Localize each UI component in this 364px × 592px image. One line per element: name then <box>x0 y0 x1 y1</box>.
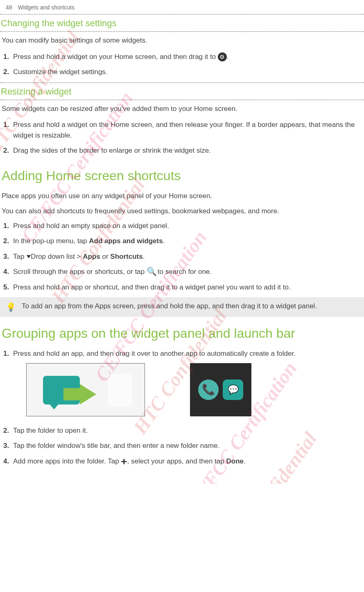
step-number: 1. <box>3 348 9 359</box>
step-text: In the pop-up menu, tap <box>13 237 89 245</box>
illustration-row: 📞 💬 <box>13 359 362 420</box>
bold-text: Done <box>226 457 244 465</box>
step-number: 3. <box>3 441 9 451</box>
step-number: 3. <box>3 251 9 262</box>
list-item: 2. Customize the widget settings. <box>13 67 362 77</box>
list-item: 1. Press and hold a widget on your Home … <box>13 52 362 62</box>
list-item: 4. Add more apps into the folder. Tap +,… <box>13 456 362 467</box>
step-number: 5. <box>3 282 9 293</box>
step-text: . <box>143 253 145 260</box>
step-text: Tap the folder window's title bar, and t… <box>13 442 219 450</box>
divider <box>0 31 364 32</box>
list-item: 1. Press and hold an empty space on a wi… <box>13 221 362 231</box>
step-text: Press and hold a widget on your Home scr… <box>13 53 218 61</box>
step-number: 1. <box>3 120 9 130</box>
page-number: 48 <box>6 4 12 11</box>
list-item: 2. Drag the sides of the border to enlar… <box>13 145 362 156</box>
step-text: Scroll through the apps or shortcuts, or… <box>13 268 147 276</box>
step-number: 2. <box>3 425 9 436</box>
drag-illustration <box>26 363 145 416</box>
step-text: Press and hold an empty space on a widge… <box>13 222 169 230</box>
step-text: or <box>100 253 111 260</box>
list-item: 3. Tap the folder window's title bar, an… <box>13 441 362 451</box>
intro-adding-2: You can also add shortcuts to frequently… <box>0 204 364 218</box>
step-text: Tap <box>13 253 26 260</box>
step-text: . <box>163 237 165 245</box>
heading-resizing: Resizing a widget <box>0 84 364 99</box>
bold-text: Apps <box>83 253 100 260</box>
bold-text: Shortcuts <box>110 253 142 260</box>
step-number: 1. <box>3 52 9 62</box>
step-text: Drop down list > <box>31 253 83 260</box>
search-icon: 🔍 <box>147 268 156 277</box>
plus-icon: + <box>121 456 127 467</box>
header-section: Widgets and shortcuts <box>18 4 75 11</box>
step-number: 2. <box>3 145 9 156</box>
step-number: 1. <box>3 221 9 231</box>
folder-result-illustration: 📞 💬 <box>190 363 251 416</box>
watermark-cefcc: CE/FCC Certification <box>274 476 364 484</box>
tip-box: 💡 To add an app from the Apps screen, pr… <box>0 297 364 317</box>
list-item: 4. Scroll through the apps or shortcuts,… <box>13 267 362 277</box>
heading-adding-shortcuts: Adding Home screen shortcuts <box>0 161 364 188</box>
divider <box>0 82 364 83</box>
list-item: 1. Press and hold an app, and then drag … <box>13 348 362 420</box>
steps-resizing: 1. Press and hold a widget on the Home s… <box>0 117 364 156</box>
list-item: 5. Press and hold an app or shortcut, an… <box>13 282 362 293</box>
caret-down-icon <box>27 255 31 258</box>
step-text: Tap the folder to open it. <box>13 427 88 434</box>
list-item: 1. Press and hold a widget on the Home s… <box>13 120 362 140</box>
settings-icon: ⚙ <box>218 52 227 61</box>
message-icon: 💬 <box>223 380 243 400</box>
step-text: to search for one. <box>156 268 212 276</box>
list-item: 3. Tap Drop down list > Apps or Shortcut… <box>13 251 362 262</box>
step-text: Press and hold an app, and then drag it … <box>13 350 296 357</box>
page-header: 48 Widgets and shortcuts <box>0 0 364 13</box>
divider <box>0 99 364 100</box>
step-text: Press and hold an app or shortcut, and t… <box>13 283 291 291</box>
step-number: 4. <box>3 267 9 277</box>
intro-adding-1: Place apps you often use on any widget p… <box>0 188 364 205</box>
list-item: 2. In the pop-up menu, tap Add apps and … <box>13 236 362 246</box>
step-number: 2. <box>3 67 9 77</box>
heading-grouping: Grouping apps on the widget panel and la… <box>0 319 364 346</box>
step-text: Press and hold a widget on the Home scre… <box>13 121 355 139</box>
intro-resizing: Some widgets can be resized after you've… <box>0 101 364 117</box>
step-number: 4. <box>3 456 9 467</box>
step-text: Add more apps into the folder. Tap <box>13 457 121 465</box>
lightbulb-icon: 💡 <box>6 301 16 313</box>
step-number: 2. <box>3 236 9 246</box>
intro-change-settings: You can modify basic settings of some wi… <box>0 33 364 49</box>
list-item: 2. Tap the folder to open it. <box>13 425 362 436</box>
divider <box>0 14 364 15</box>
step-text: . <box>227 53 229 61</box>
step-text: Drag the sides of the border to enlarge … <box>13 147 211 154</box>
step-text: . <box>244 457 246 465</box>
steps-grouping: 1. Press and hold an app, and then drag … <box>0 346 364 467</box>
heading-change-settings: Changing the widget settings <box>0 16 364 30</box>
steps-adding: 1. Press and hold an empty space on a wi… <box>0 218 364 293</box>
step-text: , select your apps, and then tap <box>127 457 226 465</box>
steps-change-settings: 1. Press and hold a widget on your Home … <box>0 49 364 77</box>
tip-text: To add an app from the Apps screen, pres… <box>22 301 317 311</box>
phone-icon: 📞 <box>198 380 219 400</box>
bold-text: Add apps and widgets <box>89 237 163 245</box>
step-text: Customize the widget settings. <box>13 68 108 76</box>
